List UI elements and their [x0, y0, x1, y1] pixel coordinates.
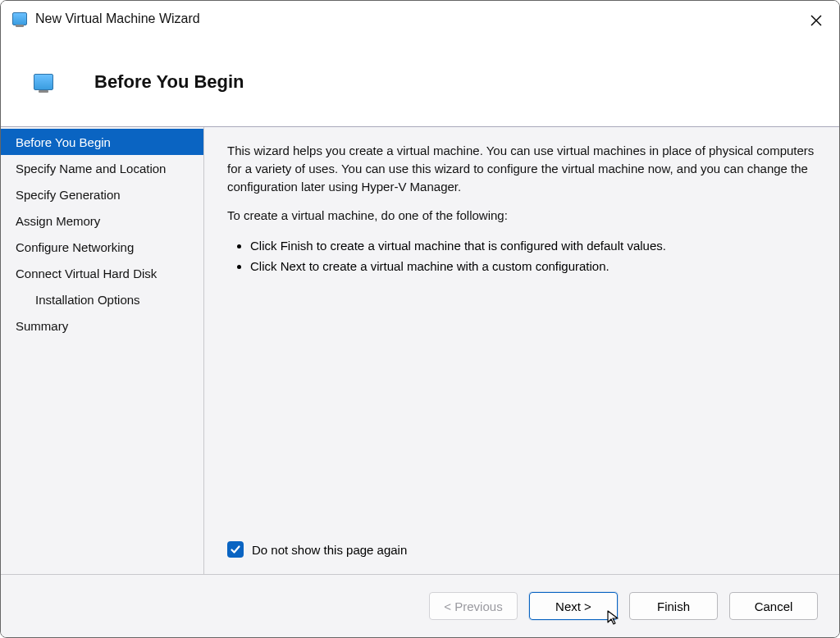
cancel-button[interactable]: Cancel	[729, 592, 818, 620]
sidebar-item-label: Installation Options	[35, 293, 140, 307]
sidebar-item-label: Summary	[16, 319, 68, 333]
bullet-list: Click Finish to create a virtual machine…	[227, 236, 816, 278]
next-button[interactable]: Next >	[529, 592, 618, 620]
sidebar-item-1[interactable]: Specify Name and Location	[1, 155, 203, 181]
bullet-item-1: Click Next to create a virtual machine w…	[250, 257, 816, 276]
sidebar-item-3[interactable]: Assign Memory	[1, 207, 203, 234]
sidebar-item-0[interactable]: Before You Begin	[1, 129, 203, 155]
page-title: Before You Begin	[94, 71, 244, 93]
instruction-text: To create a virtual machine, do one of t…	[227, 207, 816, 225]
titlebar: New Virtual Machine Wizard	[1, 1, 839, 37]
sidebar-item-label: Specify Name and Location	[16, 162, 166, 175]
do-not-show-row: Do not show this page again	[227, 531, 816, 563]
previous-button: < Previous	[429, 592, 518, 620]
window-title: New Virtual Machine Wizard	[35, 11, 200, 26]
sidebar-item-6[interactable]: Installation Options	[1, 286, 203, 312]
wizard-body: Before You BeginSpecify Name and Locatio…	[1, 127, 839, 575]
sidebar-item-label: Before You Begin	[16, 135, 111, 149]
finish-button[interactable]: Finish	[629, 592, 718, 620]
sidebar-item-label: Assign Memory	[16, 214, 100, 228]
wizard-header: Before You Begin	[1, 37, 839, 127]
wizard-icon	[34, 74, 53, 90]
checkmark-icon	[230, 544, 241, 555]
sidebar-item-2[interactable]: Specify Generation	[1, 181, 203, 207]
sidebar-item-label: Specify Generation	[16, 188, 121, 202]
wizard-content: This wizard helps you create a virtual m…	[204, 127, 839, 574]
app-icon	[12, 12, 27, 25]
next-button-label: Next >	[555, 599, 591, 613]
wizard-sidebar: Before You BeginSpecify Name and Locatio…	[1, 127, 204, 574]
sidebar-item-5[interactable]: Connect Virtual Hard Disk	[1, 260, 203, 286]
do-not-show-checkbox[interactable]	[227, 541, 244, 558]
sidebar-item-label: Configure Networking	[16, 240, 134, 254]
sidebar-item-7[interactable]: Summary	[1, 312, 203, 339]
intro-text: This wizard helps you create a virtual m…	[227, 142, 816, 195]
do-not-show-label: Do not show this page again	[252, 543, 407, 557]
close-icon	[810, 15, 822, 26]
bullet-item-0: Click Finish to create a virtual machine…	[250, 236, 816, 255]
button-bar: < Previous Next > Finish Cancel	[1, 575, 839, 637]
cursor-icon	[605, 609, 622, 626]
close-button[interactable]	[803, 9, 829, 32]
sidebar-item-label: Connect Virtual Hard Disk	[16, 267, 157, 280]
sidebar-item-4[interactable]: Configure Networking	[1, 234, 203, 260]
